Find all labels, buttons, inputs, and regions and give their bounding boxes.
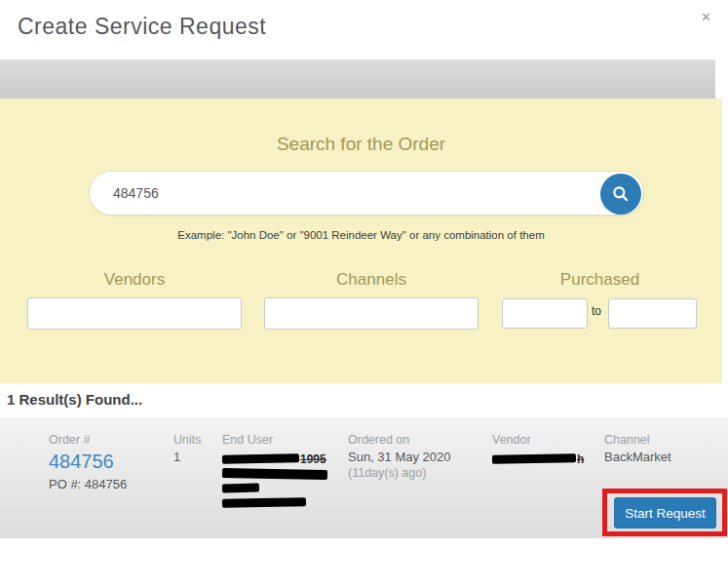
order-search-box [89,171,644,216]
order-number-label: Order # [49,433,127,447]
ordered-days-ago: (11day(s) ago) [348,466,451,480]
search-icon [611,184,631,204]
modal-title: Create Service Request [18,14,266,40]
modal-header: Create Service Request ✕ [0,0,728,59]
result-row: Order # 484756 PO #: 484756 Units 1 End … [0,418,728,538]
header-divider-bar [0,59,715,98]
results-count: 1 Result(s) Found... [7,391,142,408]
start-request-button[interactable]: Start Request [614,497,716,529]
vendor-label: Vendor [492,433,584,447]
units-label: Units [173,433,201,447]
ordered-on-label: Ordered on [348,433,451,447]
ordered-date: Sun, 31 May 2020 [348,450,451,464]
po-number: PO #: 484756 [49,477,127,491]
search-button[interactable] [600,174,641,215]
vendors-input[interactable] [27,297,242,330]
search-heading: Search for the Order [0,134,722,155]
search-example-hint: Example: "John Doe" or "9001 Reindeer Wa… [0,229,722,241]
vendors-label: Vendors [27,270,242,290]
purchased-from-input[interactable] [502,298,588,329]
order-column: Order # 484756 PO #: 484756 [49,433,127,491]
units-column: Units 1 [173,433,201,464]
close-icon[interactable]: ✕ [701,11,711,23]
search-panel: Search for the Order Example: "John Doe"… [0,98,722,383]
order-search-input[interactable] [113,173,600,214]
redacted-end-user-city [222,464,328,478]
end-user-column: End User 1995 [222,433,328,508]
channel-label: Channel [604,433,671,447]
channels-input[interactable] [264,297,479,330]
channel-column: Channel BackMarket [604,433,671,464]
purchased-to-input[interactable] [608,298,697,329]
redacted-end-user-name: 1995 [222,450,328,463]
purchased-to-label: to [592,304,601,318]
end-user-label: End User [222,433,328,447]
units-value: 1 [173,450,201,464]
vendor-column: Vendor h [492,433,584,464]
purchased-label: Purchased [502,270,698,290]
redacted-vendor-name: h [492,450,584,463]
channels-label: Channels [264,270,479,290]
order-number-link[interactable]: 484756 [49,451,114,473]
redacted-end-user-country [222,493,328,507]
ordered-on-column: Ordered on Sun, 31 May 2020 (11day(s) ag… [348,433,451,480]
create-service-request-modal: Create Service Request ✕ Search for the … [0,0,728,588]
channel-value: BackMarket [604,450,671,464]
redacted-end-user-zip [222,479,328,492]
